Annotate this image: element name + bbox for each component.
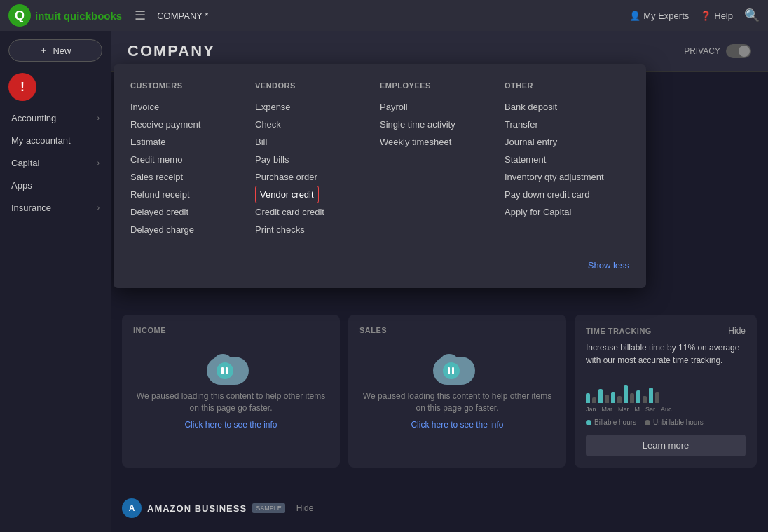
bar — [617, 396, 622, 403]
employees-column: EMPLOYEES Payroll Single time activity W… — [380, 81, 505, 238]
plus-icon: ＋ — [39, 44, 48, 57]
svg-text:Q: Q — [15, 8, 25, 22]
sample-tag: SAMPLE — [252, 503, 285, 513]
menu-pay-down-cc[interactable]: Pay down credit card — [505, 186, 618, 203]
menu-credit-card-credit[interactable]: Credit card credit — [255, 203, 369, 221]
privacy-toggle: PRIVACY — [684, 44, 751, 58]
menu-journal-entry[interactable]: Journal entry — [505, 133, 618, 151]
show-less-button[interactable]: Show less — [588, 260, 629, 271]
income-card-header: INCOME — [133, 326, 329, 334]
menu-check[interactable]: Check — [255, 116, 369, 133]
hamburger-icon[interactable]: ☰ — [135, 8, 146, 23]
income-card-title: INCOME — [133, 326, 166, 334]
bar — [592, 397, 596, 403]
dropdown-columns: CUSTOMERS Invoice Receive payment Estima… — [130, 81, 629, 238]
menu-vendor-credit[interactable]: Vendor credit — [255, 186, 319, 203]
chart-label: Sar — [645, 406, 655, 413]
menu-payroll[interactable]: Payroll — [380, 98, 493, 116]
income-card-body: We paused loading this content to help o… — [133, 343, 329, 430]
bar — [636, 390, 640, 403]
income-card-link[interactable]: Click here to see the info — [184, 420, 277, 430]
chart-label: Jan — [586, 406, 596, 413]
legend-dot-billable — [586, 420, 591, 425]
menu-invoice[interactable]: Invoice — [130, 98, 244, 116]
avatar-area: ! — [0, 70, 111, 107]
menu-bill[interactable]: Bill — [255, 133, 369, 151]
menu-expense[interactable]: Expense — [255, 98, 369, 116]
time-card-title: TIME TRACKING — [586, 327, 652, 335]
chart-label: Mar — [618, 406, 629, 413]
sales-card-link[interactable]: Click here to see the info — [411, 420, 503, 430]
chart-label: Auc — [661, 406, 672, 413]
pause-badge — [443, 362, 460, 379]
sidebar-item-insurance[interactable]: Insurance › — [3, 197, 108, 219]
hide-button[interactable]: Hide — [728, 326, 746, 336]
bar — [598, 389, 603, 403]
sidebar-item-accounting[interactable]: Accounting › — [3, 107, 108, 129]
main-layout: ＋ New ! Accounting › My accountant Capit… — [0, 31, 768, 532]
bar — [605, 395, 609, 403]
pause-bar — [452, 367, 454, 374]
menu-pay-bills[interactable]: Pay bills — [255, 151, 369, 168]
menu-refund-receipt[interactable]: Refund receipt — [130, 186, 244, 203]
menu-inventory-qty[interactable]: Inventory qty adjustment — [505, 168, 618, 186]
bar — [586, 393, 590, 403]
sales-card-text: We paused loading this content to help o… — [359, 390, 555, 414]
menu-weekly-timesheet[interactable]: Weekly timesheet — [380, 133, 493, 151]
company-title: COMPANY — [128, 42, 215, 60]
chart-label: Mar — [602, 406, 613, 413]
menu-receive-payment[interactable]: Receive payment — [130, 116, 244, 133]
chart-bars — [586, 375, 746, 403]
chevron-right-icon: › — [97, 114, 100, 122]
chart-labels: Jan Mar Mar M Sar Auc — [586, 406, 746, 413]
menu-apply-capital[interactable]: Apply for Capital — [505, 203, 618, 221]
dropdown-menu: CUSTOMERS Invoice Receive payment Estima… — [114, 64, 646, 288]
menu-statement[interactable]: Statement — [505, 151, 618, 168]
learn-more-button[interactable]: Learn more — [586, 435, 746, 456]
help-btn[interactable]: ❓ Help — [700, 11, 733, 21]
paused-icon — [207, 343, 256, 385]
amazon-hide-btn[interactable]: Hide — [296, 503, 314, 513]
menu-transfer[interactable]: Transfer — [505, 116, 618, 133]
chart-label: M — [635, 406, 640, 413]
time-card-header: TIME TRACKING Hide — [586, 326, 746, 336]
menu-print-checks[interactable]: Print checks — [255, 221, 369, 238]
sales-card-title: SALES — [359, 326, 387, 334]
menu-credit-memo[interactable]: Credit memo — [130, 151, 244, 168]
cards-row: INCOME We paused load — [111, 306, 768, 476]
bar — [624, 385, 628, 403]
menu-sales-receipt[interactable]: Sales receipt — [130, 168, 244, 186]
menu-bank-deposit[interactable]: Bank deposit — [505, 98, 618, 116]
menu-purchase-order[interactable]: Purchase order — [255, 168, 369, 186]
bar — [630, 393, 634, 403]
company-name[interactable]: COMPANY * — [157, 11, 208, 21]
employees-header: EMPLOYEES — [380, 81, 493, 90]
legend-billable: Billable hours — [586, 418, 636, 426]
sidebar-item-capital[interactable]: Capital › — [3, 152, 108, 174]
dropdown-footer: Show less — [130, 250, 629, 271]
sidebar: ＋ New ! Accounting › My accountant Capit… — [0, 31, 111, 532]
privacy-switch[interactable] — [726, 44, 751, 58]
menu-single-time[interactable]: Single time activity — [380, 116, 493, 133]
sidebar-item-my-accountant[interactable]: My accountant — [3, 130, 108, 151]
chevron-right-icon: › — [97, 204, 100, 212]
toggle-knob — [739, 46, 750, 57]
bar — [611, 392, 615, 403]
menu-delayed-credit[interactable]: Delayed credit — [130, 203, 244, 221]
menu-delayed-charge[interactable]: Delayed charge — [130, 221, 244, 238]
sales-card: SALES We paused loadi — [348, 315, 566, 468]
menu-estimate[interactable]: Estimate — [130, 133, 244, 151]
search-icon[interactable]: 🔍 — [744, 8, 760, 23]
topbar-right: 👤 My Experts ❓ Help 🔍 — [629, 8, 760, 23]
new-button[interactable]: ＋ New — [8, 39, 102, 62]
avatar: ! — [8, 73, 36, 101]
sidebar-item-apps[interactable]: Apps — [3, 175, 108, 196]
bar — [655, 392, 659, 403]
qb-logo: Q intuit quickbooks — [8, 4, 122, 27]
vendors-header: VENDORS — [255, 81, 369, 90]
my-experts-btn[interactable]: 👤 My Experts — [629, 11, 689, 21]
amazon-section: A AMAZON BUSINESS SAMPLE Hide — [122, 498, 313, 518]
chevron-right-icon: › — [97, 159, 100, 167]
bar — [649, 388, 653, 403]
sales-card-body: We paused loading this content to help o… — [359, 343, 555, 430]
